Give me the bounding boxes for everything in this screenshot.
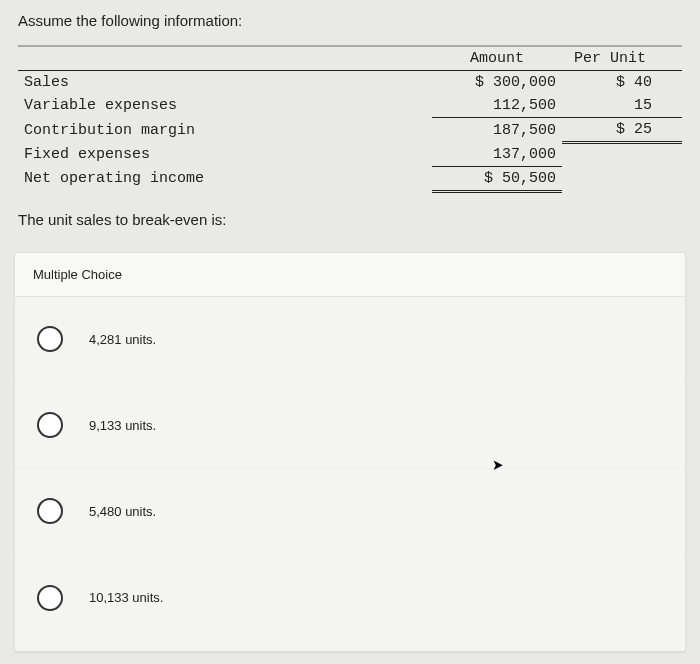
question-text: The unit sales to break-even is: [0, 197, 700, 236]
label-fixedexp: Fixed expenses [18, 143, 432, 167]
row-fixedexp: Fixed expenses 137,000 [18, 143, 682, 167]
amount-cm: 187,500 [432, 118, 562, 143]
perunit-noi [562, 166, 682, 191]
option-c-label: 5,480 units. [89, 504, 156, 519]
perunit-fixedexp [562, 143, 682, 167]
col-amount-header: Amount [432, 46, 562, 71]
option-c[interactable]: 5,480 units. [15, 469, 685, 555]
option-d[interactable]: 10,133 units. [15, 555, 685, 641]
label-varexp: Variable expenses [18, 94, 432, 118]
mc-header: Multiple Choice [15, 253, 685, 297]
row-sales: Sales $ 300,000 $ 40 [18, 71, 682, 95]
amount-noi: $ 50,500 [432, 166, 562, 191]
option-b-label: 9,133 units. [89, 418, 156, 433]
prompt-text: Assume the following information: [0, 12, 700, 39]
col-perunit-header: Per Unit [562, 46, 682, 71]
col-blank [18, 46, 432, 71]
question-page: Assume the following information: Amount… [0, 0, 700, 664]
income-statement-table: Amount Per Unit Sales $ 300,000 $ 40 Var… [0, 39, 700, 197]
amount-fixedexp: 137,000 [432, 143, 562, 167]
row-noi: Net operating income $ 50,500 [18, 166, 682, 191]
amount-sales: $ 300,000 [432, 71, 562, 95]
option-a-label: 4,281 units. [89, 332, 156, 347]
label-cm: Contribution margin [18, 118, 432, 143]
perunit-sales: $ 40 [562, 71, 682, 95]
option-a[interactable]: 4,281 units. [15, 297, 685, 383]
radio-icon[interactable] [37, 585, 63, 611]
label-sales: Sales [18, 71, 432, 95]
option-d-label: 10,133 units. [89, 590, 163, 605]
row-cm: Contribution margin 187,500 $ 25 [18, 118, 682, 143]
radio-icon[interactable] [37, 412, 63, 438]
label-noi: Net operating income [18, 166, 432, 191]
perunit-cm: $ 25 [562, 118, 682, 143]
amount-varexp: 112,500 [432, 94, 562, 118]
perunit-varexp: 15 [562, 94, 682, 118]
row-varexp: Variable expenses 112,500 15 [18, 94, 682, 118]
radio-icon[interactable] [37, 326, 63, 352]
multiple-choice-block: Multiple Choice 4,281 units. 9,133 units… [14, 252, 686, 652]
radio-icon[interactable] [37, 498, 63, 524]
option-b[interactable]: 9,133 units. [15, 383, 685, 469]
